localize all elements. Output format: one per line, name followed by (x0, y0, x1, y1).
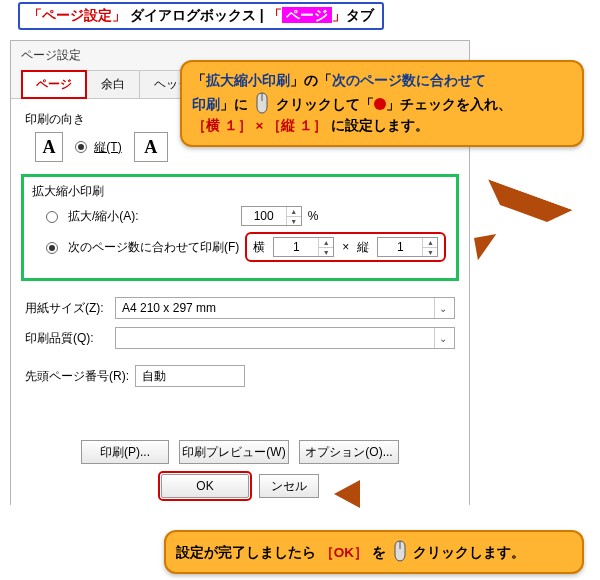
print-quality-label: 印刷品質(Q): (25, 330, 115, 347)
caption-quote-open: 「 (28, 7, 42, 23)
spinner-buttons[interactable]: ▲▼ (318, 238, 333, 256)
zoom-label: 拡大/縮小(A): (68, 208, 139, 225)
orientation-portrait-label: 縦(T) (94, 140, 121, 154)
c1-t: ［縦 １］ (267, 118, 327, 133)
spinner-down-icon[interactable]: ▼ (287, 217, 301, 227)
zoom-spinner[interactable]: ▲▼ (241, 206, 302, 226)
zoom-input[interactable] (242, 207, 286, 225)
paper-size-label: 用紙サイズ(Z): (25, 300, 115, 317)
c2-t: します。 (469, 545, 525, 560)
caption-dialog-name: ページ設定 (42, 7, 112, 23)
spinner-buttons[interactable]: ▲▼ (422, 238, 437, 256)
spinner-up-icon[interactable]: ▲ (319, 238, 333, 248)
scaling-group: 拡大縮小印刷 拡大/縮小(A): ▲▼ % 次のページ数に合わせて印刷(F) 横 (21, 174, 459, 281)
c1-t: ［横 １］ (192, 118, 252, 133)
c2-t: ［OK］ (320, 545, 368, 560)
fit-row: 次のページ数に合わせて印刷(F) 横 ▲▼ × 縦 ▲▼ (46, 232, 448, 262)
c2-t: を (372, 545, 386, 560)
print-quality-row: 印刷品質(Q): ⌄ (25, 327, 455, 349)
fit-sep: × (342, 240, 349, 254)
c1-t: 」に (220, 97, 248, 112)
caption-tab-quote-open: 「 (268, 7, 282, 23)
spinner-up-icon[interactable]: ▲ (423, 238, 437, 248)
caption-dialog-word: ダイアログボックス (130, 7, 256, 23)
mouse-icon (392, 540, 408, 562)
c1-t: 」チェックを入れ、 (386, 97, 512, 112)
fit-height-spinner[interactable]: ▲▼ (377, 237, 438, 257)
c1-t: 印刷 (192, 97, 220, 112)
ok-cancel-row: OK ンセル (11, 474, 469, 498)
paper-size-value: A4 210 x 297 mm (122, 301, 216, 315)
fit-height-label: 縦 (357, 239, 369, 256)
first-page-label: 先頭ページ番号(R): (25, 368, 135, 385)
c2-t: クリック (413, 545, 469, 560)
c1-t: 拡大縮小印刷 (206, 73, 290, 88)
c1-t: 次のページ数に合わせて (332, 73, 486, 88)
radio-icon (46, 211, 58, 223)
first-page-input[interactable]: 自動 (135, 365, 245, 387)
c1-t: クリック (276, 97, 332, 112)
fit-controls-highlight: 横 ▲▼ × 縦 ▲▼ (245, 232, 446, 262)
dialog-body: 印刷の向き A 縦(T) A 拡大縮小印刷 拡大/縮小(A): ▲▼ % (11, 99, 469, 506)
fit-height-input[interactable] (378, 238, 422, 256)
mouse-icon (254, 92, 270, 114)
orientation-portrait-radio[interactable]: 縦(T) (75, 139, 122, 156)
spinner-down-icon[interactable]: ▼ (319, 248, 333, 258)
fit-label: 次のページ数に合わせて印刷(F) (68, 239, 239, 256)
fit-width-input[interactable] (274, 238, 318, 256)
fit-radio[interactable] (46, 240, 62, 254)
caption-tab-word: タブ (346, 7, 374, 23)
print-preview-button[interactable]: 印刷プレビュー(W) (179, 440, 289, 464)
tab-page[interactable]: ページ (21, 70, 87, 99)
red-dot-icon (374, 98, 386, 110)
spinner-up-icon[interactable]: ▲ (287, 207, 301, 217)
scaling-group-title: 拡大縮小印刷 (32, 183, 448, 200)
spinner-down-icon[interactable]: ▼ (423, 248, 437, 258)
radio-icon (46, 242, 58, 254)
paper-size-select[interactable]: A4 210 x 297 mm ⌄ (115, 297, 455, 319)
caption-sep: | (260, 7, 268, 23)
caption-quote-close: 」 (112, 7, 126, 23)
c2-t: 設定が完了しましたら (176, 545, 316, 560)
ok-button[interactable]: OK (161, 474, 249, 498)
caption-tab-badge: ページ (282, 7, 332, 23)
annotation-caption: 「ページ設定」 ダイアログボックス | 「ページ」タブ (18, 2, 384, 30)
caption-tab-quote-close: 」 (332, 7, 346, 23)
left-arrow-icon (320, 480, 360, 508)
first-page-value: 自動 (142, 368, 166, 385)
c1-t: × (256, 118, 264, 133)
radio-icon (75, 141, 87, 153)
first-page-row: 先頭ページ番号(R): 自動 (25, 365, 455, 387)
paper-size-row: 用紙サイズ(Z): A4 210 x 297 mm ⌄ (25, 297, 455, 319)
instruction-callout-1: 「拡大縮小印刷」の「次のページ数に合わせて 印刷」に クリックして「」チェックを… (180, 60, 584, 147)
orientation-landscape-icon: A (134, 132, 168, 162)
fit-width-label: 横 (253, 239, 265, 256)
chevron-down-icon: ⌄ (434, 328, 450, 348)
spinner-buttons[interactable]: ▲▼ (286, 207, 301, 225)
tab-margins[interactable]: 余白 (87, 70, 140, 99)
print-button[interactable]: 印刷(P)... (81, 440, 169, 464)
zoom-unit: % (308, 209, 319, 223)
instruction-callout-2: 設定が完了しましたら ［OK］ を クリックします。 (164, 530, 584, 574)
chevron-down-icon: ⌄ (434, 298, 450, 318)
c1-t: に設定します。 (331, 118, 429, 133)
zoom-row: 拡大/縮小(A): ▲▼ % (46, 206, 448, 226)
c1-t: 」の「 (290, 73, 332, 88)
print-quality-select[interactable]: ⌄ (115, 327, 455, 349)
zoom-radio[interactable] (46, 209, 62, 223)
c1-t: 「 (192, 73, 206, 88)
fit-width-spinner[interactable]: ▲▼ (273, 237, 334, 257)
cancel-button[interactable]: ンセル (259, 474, 319, 498)
action-button-row: 印刷(P)... 印刷プレビュー(W) オプション(O)... (11, 440, 469, 464)
c1-t: して「 (332, 97, 374, 112)
orientation-portrait-icon: A (35, 132, 63, 162)
options-button[interactable]: オプション(O)... (299, 440, 399, 464)
